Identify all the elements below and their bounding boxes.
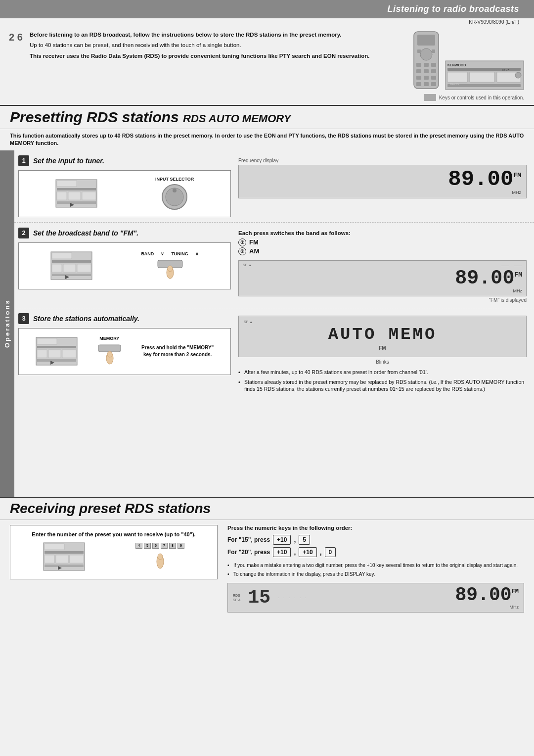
freq-value-2: 89.00FM <box>243 269 522 288</box>
svg-rect-11 <box>416 76 421 80</box>
num-key-4: 4 <box>135 543 142 549</box>
step-2-number: 2 <box>18 228 29 238</box>
receiver-svg: KENWOOD DSP TRAITS <box>445 60 524 90</box>
bullet-2: • Stations already stored in the preset … <box>238 378 527 393</box>
svg-rect-3 <box>417 49 421 53</box>
svg-rect-44 <box>52 274 91 276</box>
step-3-title: Store the stations automatically. <box>33 315 139 323</box>
hand-numeric-svg <box>146 551 174 570</box>
svg-rect-7 <box>431 63 436 67</box>
auto-memo-fm: FM <box>244 345 521 353</box>
channel-display: RDS SP A 15 · · · · · · 89.00FM MHz <box>227 583 524 613</box>
sidebar-label: Operations <box>3 299 11 348</box>
svg-rect-8 <box>416 69 421 73</box>
page-number: 2 6 <box>9 32 23 43</box>
svg-rect-40 <box>52 260 91 263</box>
band-1-row: ① FM <box>238 238 527 246</box>
svg-rect-1 <box>417 35 435 46</box>
num-key-9: 9 <box>178 543 184 549</box>
receiving-devices: 4 5 6 7 8 9 <box>18 542 210 571</box>
svg-point-37 <box>173 189 177 192</box>
key-plus10-2: +10 <box>273 547 291 557</box>
receiving-right: Press the numeric keys in the following … <box>227 525 524 613</box>
svg-rect-31 <box>68 192 81 200</box>
svg-text:TRAITS: TRAITS <box>450 83 459 86</box>
step-2-right: Each press switches the band as follows:… <box>238 228 527 303</box>
channel-number: 15 <box>248 587 270 608</box>
step-2-box: BAND ∨ TUNING ∧ <box>18 242 231 289</box>
for-20-row: For "20", press +10 , +10 , 0 <box>227 547 524 557</box>
header-title: Listening to radio broadcasts <box>387 4 519 14</box>
memory-label: MEMORY <box>99 336 119 341</box>
knob-svg <box>161 184 188 211</box>
presetting-title: Presetting RDS stations RDS AUTO MEMORY <box>10 109 524 126</box>
svg-rect-50 <box>37 338 57 344</box>
svg-rect-42 <box>63 264 76 272</box>
band-1-circle: ① <box>238 238 246 246</box>
key-0: 0 <box>325 547 336 557</box>
svg-rect-53 <box>48 350 61 358</box>
step-2-heading: 2 Set the broadcast band to "FM". <box>18 228 231 238</box>
svg-rect-5 <box>416 63 421 67</box>
svg-rect-41 <box>52 264 62 272</box>
svg-rect-33 <box>57 201 96 204</box>
for-15-row: For "15", press +10 , 5 <box>227 535 524 545</box>
enter-number-text: Enter the number of the preset you want … <box>18 531 210 537</box>
svg-rect-14 <box>416 82 421 86</box>
step-3-left: 3 Store the stations automatically. <box>18 313 231 375</box>
fm-displayed-note: "FM" is displayed <box>238 297 527 303</box>
press-hold-text: Press and hold the "MEMORY" key for more… <box>141 344 214 358</box>
step-1-left: 1 Set the input to tuner. <box>18 155 231 217</box>
num-key-5: 5 <box>144 543 151 549</box>
for-20-label: For "20", press <box>227 549 270 556</box>
svg-rect-10 <box>431 69 436 73</box>
svg-rect-43 <box>77 264 91 272</box>
channel-fm: FM <box>512 588 519 595</box>
key-comma-3: , <box>320 548 322 556</box>
small-note-2: • To change the information in the displ… <box>227 571 524 578</box>
sp-label: SP A <box>233 598 240 602</box>
receiver-step2-svg <box>50 251 92 280</box>
small-note-1: • If you make a mistake entering a two d… <box>227 562 524 569</box>
svg-rect-12 <box>424 76 429 80</box>
keys-caption: Keys or controls used in this operation. <box>439 95 524 100</box>
content-area: 1 Set the input to tuner. <box>14 150 534 497</box>
fm-display-box: SP ▲ —— —— 89.00FM MHz <box>238 260 527 296</box>
remote-svg <box>411 31 441 90</box>
numeric-sketch-area: 4 5 6 7 8 9 <box>135 543 184 570</box>
input-selector-area: INPUT SELECTOR <box>155 177 194 211</box>
svg-rect-65 <box>70 555 84 563</box>
band-2-row: ② AM <box>238 247 527 255</box>
step-3-heading: 3 Store the stations automatically. <box>18 313 231 324</box>
page-header: Listening to radio broadcasts <box>0 0 534 18</box>
svg-rect-55 <box>37 359 76 362</box>
key-5: 5 <box>299 535 310 545</box>
band-2-circle: ② <box>238 247 246 255</box>
svg-point-2 <box>420 48 432 60</box>
step-2-section: 2 Set the broadcast band to "FM". <box>14 223 534 308</box>
intro-images: KENWOOD DSP TRAITS Keys or controls used… <box>411 31 524 101</box>
memory-area: MEMORY <box>96 336 123 367</box>
main-content: Operations 1 Set the input to tuner. <box>0 150 534 497</box>
step-1-number: 1 <box>18 155 29 166</box>
auto-memo-text: AUTO MEMO <box>244 325 521 344</box>
freq-value-1: 89.00FM <box>244 168 521 190</box>
band-1-label: FM <box>249 238 259 246</box>
switches-text: Each press switches the band as follows: <box>238 230 527 236</box>
presetting-desc: This function automatically stores up to… <box>0 129 534 150</box>
step-1-heading: 1 Set the input to tuner. <box>18 155 231 166</box>
step-3-right: SP ▲ AUTO MEMO FM Blinks • After a few m… <box>238 313 527 395</box>
channel-freq-area: 89.00FM MHz <box>455 586 519 610</box>
svg-rect-62 <box>44 551 84 554</box>
tuning-label: TUNING <box>171 251 188 256</box>
svg-rect-54 <box>62 350 76 358</box>
auto-memo-top-row: SP ▲ <box>244 320 521 324</box>
presetting-subtitle: RDS AUTO MEMORY <box>183 112 291 125</box>
svg-rect-61 <box>44 544 64 550</box>
svg-rect-66 <box>44 565 84 567</box>
svg-rect-21 <box>470 72 494 82</box>
rds-label: RDS <box>233 594 240 597</box>
model-number: KR-V9090/8090 (En/T) <box>0 18 534 25</box>
svg-rect-64 <box>56 555 68 563</box>
key-comma-1: , <box>294 536 296 544</box>
